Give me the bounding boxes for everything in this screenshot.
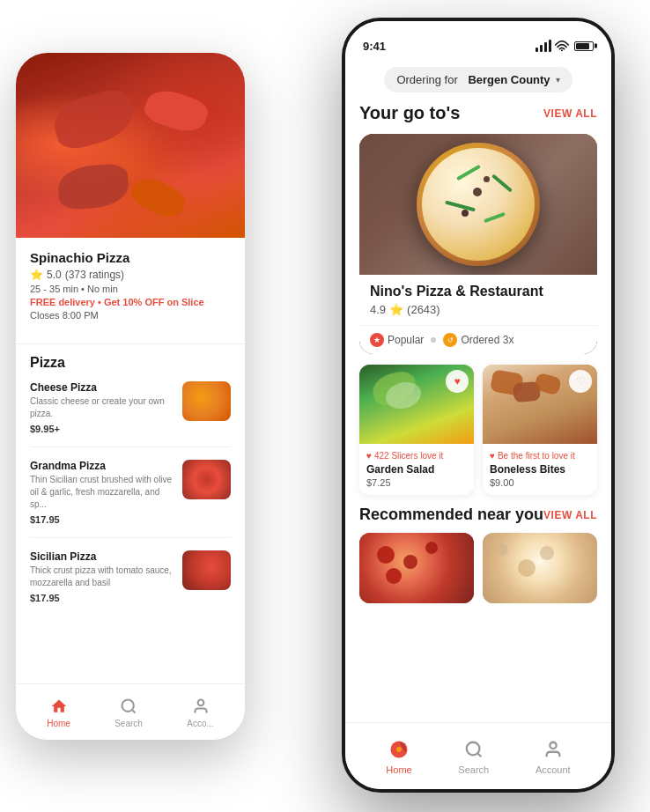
back-phone: Spinachio Pizza ⭐ 5.0 (373 ratings) 25 -… [16,53,245,740]
salad-price: $7.25 [366,477,467,488]
salad-card-body: ♥ 422 Slicers love it Garden Salad $7.25 [359,444,474,495]
featured-badges: ★ Popular ↺ Ordered 3x [359,325,597,354]
grandma-pizza-thumb [182,460,231,499]
home-icon [49,697,69,716]
back-nav-account[interactable]: Acco... [187,697,214,728]
back-restaurant-name: Spinachio Pizza [30,250,231,265]
back-bottom-nav: Home Search Acco... [16,683,245,740]
recommended-header: Recommended near you VIEW ALL [359,506,597,524]
location-pill[interactable]: Ordering for Bergen County ▾ [384,67,572,92]
featured-info: Nino's Pizza & Restaurant 4.9 ⭐ (2643) [359,275,597,325]
search-icon [119,697,138,716]
bites-image: ♡ [483,365,597,444]
bites-card-body: ♥ Be the first to love it Boneless Bites… [483,444,597,495]
front-phone: 9:41 [342,18,615,793]
status-bar: 9:41 [345,21,611,60]
gotos-title: Your go to's [359,103,460,123]
recommended-title: Recommended near you [359,506,543,524]
back-divider [16,343,245,344]
chevron-down-icon: ▾ [556,75,560,85]
sicilian-pizza-thumb [182,550,231,590]
salad-image: ♥ [359,365,474,444]
svg-point-2 [197,699,203,705]
svg-line-1 [132,709,136,712]
bites-love-count: ♥ Be the first to love it [490,451,590,461]
wifi-icon [555,41,569,51]
salad-name: Garden Salad [366,463,467,476]
scene: Spinachio Pizza ⭐ 5.0 (373 ratings) 25 -… [0,0,650,812]
svg-point-0 [122,699,134,711]
account-nav-label: Account [536,764,571,775]
account-icon [191,697,211,716]
featured-hero-image [359,134,597,275]
back-delivery-info: 25 - 35 min • No min [30,284,231,294]
ordered-badge: ↺ Ordered 3x [443,333,513,347]
back-closes: Closes 8:00 PM [30,310,231,321]
location-bar: Ordering for Bergen County ▾ [345,60,611,100]
rec-card-white-pizza[interactable] [483,533,597,603]
back-rating-row: ⭐ 5.0 (373 ratings) [30,269,231,281]
status-time: 9:41 [363,40,386,53]
front-nav-home[interactable]: Home [386,738,411,775]
featured-rating: 4.9 ⭐ (2643) [370,303,587,316]
popular-star-icon: ★ [370,333,384,347]
search-nav-label: Search [458,764,489,775]
battery-icon [574,41,594,51]
popular-badge: ★ Popular [370,333,424,347]
search-nav-icon [462,738,485,761]
back-hero-image [16,53,245,238]
back-restaurant-info: Spinachio Pizza ⭐ 5.0 (373 ratings) 25 -… [16,238,245,343]
bites-price: $9.00 [490,477,590,488]
pizza-image [417,143,540,266]
svg-point-5 [396,747,402,752]
menu-items-grid: ♥ ♥ 422 Slicers love it Garden Salad $7.… [359,365,597,495]
reorder-icon: ↺ [443,333,457,347]
rating-star-icon: ⭐ [389,303,403,316]
heart-filled-icon: ♥ [454,375,460,388]
salad-love-count: ♥ 422 Slicers love it [366,451,467,461]
recommended-grid [359,533,597,603]
love-heart-icon: ♥ [490,451,495,461]
menu-card-salad[interactable]: ♥ ♥ 422 Slicers love it Garden Salad $7.… [359,365,474,495]
heart-empty-icon: ♡ [576,375,586,388]
svg-point-6 [467,742,480,755]
back-nav-search[interactable]: Search [114,697,143,728]
badge-separator [431,337,436,343]
bites-name: Boneless Bites [490,463,590,476]
cheese-pizza-thumb [182,381,231,421]
svg-line-7 [477,753,481,757]
list-item[interactable]: Cheese Pizza Classic cheese or create yo… [30,381,231,447]
home-nav-label: Home [386,764,411,775]
home-nav-icon [388,738,410,761]
signal-bars [536,40,551,52]
list-item[interactable]: Grandma Pizza Thin Sicilian crust brushe… [30,460,231,538]
gotos-view-all-button[interactable]: VIEW ALL [543,107,597,120]
status-icons [536,40,594,52]
bites-heart-button[interactable]: ♡ [569,370,592,393]
featured-restaurant-card[interactable]: Nino's Pizza & Restaurant 4.9 ⭐ (2643) ★ [359,134,597,354]
front-phone-inner: 9:41 [345,21,611,789]
front-nav-account[interactable]: Account [536,738,571,775]
rec-card-pepperoni[interactable] [359,533,474,603]
salad-heart-button[interactable]: ♥ [446,370,469,393]
front-bottom-nav: Home Search Acco [345,722,611,789]
back-menu-section: Pizza Cheese Pizza Classic cheese or cre… [16,355,245,616]
back-section-title: Pizza [30,355,231,371]
list-item[interactable]: Sicilian Pizza Thick crust pizza with to… [30,550,231,616]
svg-point-3 [561,49,563,51]
star-icon: ⭐ [30,269,43,281]
front-content: Your go to's VIEW ALL [345,100,611,722]
front-scroll-area: Ordering for Bergen County ▾ Your go to'… [345,60,611,722]
back-promo: FREE delivery • Get 10% OFF on Slice [30,297,231,307]
recommended-view-all-button[interactable]: VIEW ALL [543,509,597,521]
gotos-header: Your go to's VIEW ALL [359,103,597,123]
account-nav-icon [542,738,565,761]
menu-card-bites[interactable]: ♡ ♥ Be the first to love it Boneless Bit… [483,365,597,495]
love-heart-icon: ♥ [366,451,372,461]
svg-point-8 [550,742,556,748]
front-nav-search[interactable]: Search [458,738,489,775]
featured-name: Nino's Pizza & Restaurant [370,284,587,299]
back-nav-home[interactable]: Home [47,697,70,728]
